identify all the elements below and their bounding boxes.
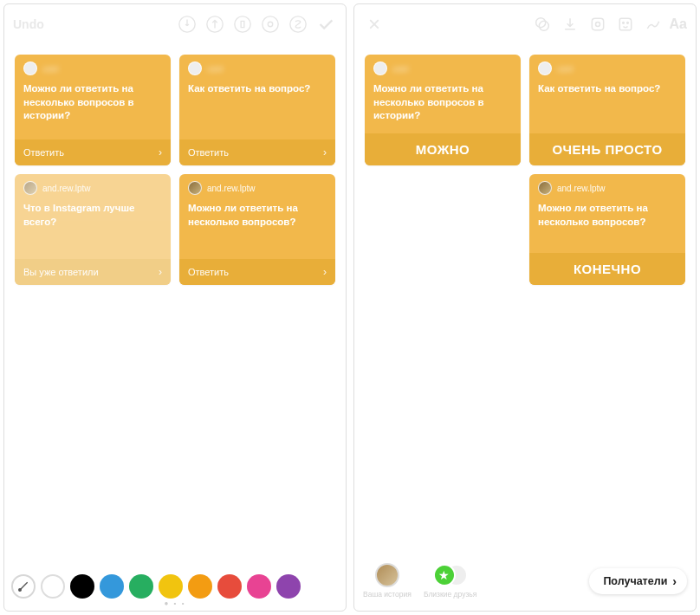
question-card-answered[interactable]: and.rew.lptw Что в Instagram лучше всего…	[15, 174, 171, 285]
username: and.rew.lptw	[207, 184, 256, 193]
avatar	[373, 62, 387, 75]
username: and.rew.lptw	[42, 184, 91, 193]
question-text: Можно ли ответить на несколько вопросов …	[15, 79, 171, 139]
svg-point-10	[595, 23, 600, 27]
star-icon: ★	[433, 564, 456, 586]
drawing-topbar: Undo	[4, 4, 346, 44]
pen-sharp-icon[interactable]	[176, 13, 198, 36]
username: and.rew.lptw	[557, 184, 606, 193]
pen-arrow-icon[interactable]	[204, 13, 226, 36]
your-story-label: Ваша история	[363, 590, 412, 599]
svg-point-6	[19, 589, 22, 592]
question-text: Как ответить на вопрос?	[179, 79, 335, 139]
color-swatch-red[interactable]	[217, 574, 242, 599]
reply-button[interactable]: Ответить›	[179, 259, 335, 285]
chevron-right-icon: ›	[159, 266, 162, 278]
answer-text: МОЖНО	[365, 133, 521, 165]
page-dots: ● • •	[4, 599, 346, 607]
color-swatch-green[interactable]	[129, 574, 153, 599]
question-grid: user Можно ли ответить на несколько вопр…	[4, 44, 346, 295]
username: user	[42, 64, 59, 74]
color-swatch-purple[interactable]	[276, 574, 301, 599]
download-icon[interactable]	[559, 13, 581, 36]
question-text: Как ответить на вопрос?	[529, 79, 685, 133]
filter-icon[interactable]	[531, 13, 554, 36]
answered-card[interactable]: and.rew.lptw Можно ли ответить на нескол…	[529, 174, 685, 285]
username: user	[207, 64, 224, 74]
reply-button[interactable]: Ответить›	[179, 139, 335, 165]
sticker-icon[interactable]	[614, 13, 637, 36]
close-friends-label: Близкие друзья	[424, 590, 476, 599]
draw-icon[interactable]	[642, 13, 664, 36]
color-swatch-yellow[interactable]	[159, 574, 183, 599]
your-story-button[interactable]: Ваша история	[363, 563, 412, 599]
already-replied-label: Вы уже ответили›	[15, 259, 171, 285]
question-text: Что в Instagram лучше всего?	[15, 198, 171, 259]
svg-point-11	[622, 23, 624, 24]
done-check-icon[interactable]	[314, 13, 337, 36]
answered-card[interactable]: user Как ответить на вопрос? ОЧЕНЬ ПРОСТ…	[529, 55, 685, 165]
color-swatch-white[interactable]	[41, 574, 65, 599]
story-topbar: × Aa	[354, 4, 696, 44]
avatar	[188, 181, 202, 195]
chevron-right-icon: ›	[672, 574, 677, 588]
username: user	[557, 64, 574, 74]
text-tool-icon[interactable]: Aa	[670, 16, 687, 32]
username: user	[392, 64, 409, 74]
undo-button[interactable]: Undo	[13, 17, 44, 31]
close-icon[interactable]: ×	[363, 12, 386, 36]
chevron-right-icon: ›	[159, 146, 162, 159]
svg-point-12	[626, 23, 628, 24]
avatar	[23, 181, 37, 195]
question-card[interactable]: user Как ответить на вопрос? Ответить›	[179, 55, 335, 165]
svg-point-3	[262, 16, 278, 32]
question-card[interactable]: user Можно ли ответить на несколько вопр…	[15, 55, 171, 165]
sticker-link-icon[interactable]	[587, 13, 609, 36]
close-friends-button[interactable]: ★ Близкие друзья	[424, 563, 476, 599]
answered-card[interactable]: user Можно ли ответить на несколько вопр…	[365, 55, 521, 165]
chevron-right-icon: ›	[323, 266, 327, 278]
color-swatch-orange[interactable]	[188, 574, 212, 599]
question-text: Можно ли ответить на несколько вопросов?	[529, 198, 685, 253]
right-phone: × Aa user Можно ли ответить на несколько…	[353, 3, 697, 612]
color-swatch-blue[interactable]	[100, 574, 124, 599]
answer-text: ОЧЕНЬ ПРОСТО	[529, 133, 685, 165]
question-text: Можно ли ответить на несколько вопросов?	[179, 198, 335, 259]
question-text: Можно ли ответить на несколько вопросов …	[365, 79, 521, 133]
avatar	[538, 62, 552, 75]
answer-text: КОНЕЧНО	[529, 253, 685, 285]
neon-pen-icon[interactable]	[259, 13, 282, 36]
chevron-right-icon: ›	[323, 146, 327, 159]
svg-rect-9	[592, 18, 603, 29]
question-card[interactable]: and.rew.lptw Можно ли ответить на нескол…	[179, 174, 335, 285]
color-swatch-black[interactable]	[70, 574, 94, 599]
color-picker-icon[interactable]	[11, 574, 36, 599]
recipients-button[interactable]: Получатели ›	[589, 568, 687, 594]
left-phone: Undo user Можно ли ответить на несколько…	[3, 3, 347, 612]
svg-point-4	[268, 22, 273, 27]
svg-point-2	[235, 16, 250, 32]
color-swatch-pink[interactable]	[247, 574, 271, 599]
avatar	[538, 181, 552, 195]
avatar	[188, 62, 202, 75]
share-bottom-bar: Ваша история ★ Близкие друзья Получатели…	[354, 554, 696, 611]
reply-button[interactable]: Ответить›	[15, 139, 171, 165]
answered-grid: user Можно ли ответить на несколько вопр…	[354, 44, 696, 295]
eraser-icon[interactable]	[287, 13, 309, 36]
your-story-avatar	[375, 563, 399, 587]
avatar	[23, 62, 37, 75]
recipients-label: Получатели	[603, 575, 667, 587]
marker-icon[interactable]	[231, 13, 254, 36]
